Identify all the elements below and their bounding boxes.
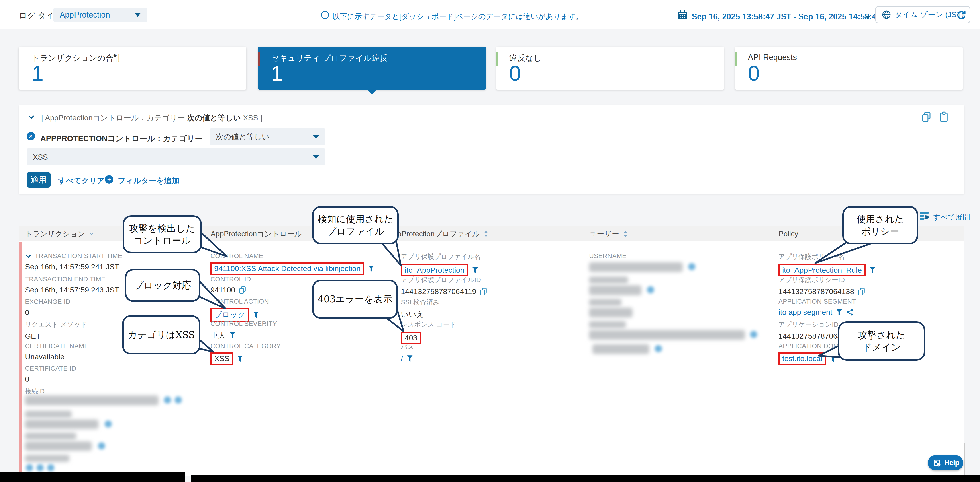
column-header-appprotection-profile[interactable]: AppProtectionプロファイル [388,226,488,242]
redacted-value [25,441,92,451]
redaction-bar [0,472,185,482]
callout-attacked-domain: 攻撃された ドメイン [838,321,925,361]
chevron-down-icon [313,155,319,159]
svg-text:?: ? [938,463,940,466]
field-label: EXCHANGE ID [25,298,70,305]
filter-funnel-icon[interactable] [836,308,843,316]
filter-funnel-icon[interactable] [237,355,243,362]
help-label: Help [944,459,959,467]
expand-all-icon[interactable] [919,211,930,222]
copy-icon[interactable] [480,287,487,295]
operator-dropdown[interactable]: 次の値と等しい [210,128,325,145]
divider [19,126,964,126]
card-no-violations[interactable]: 違反なし 0 [496,47,724,89]
path-link[interactable]: / [401,354,403,363]
redacted-value [25,420,99,429]
field-exchange-id: EXCHANGE ID 0 [25,298,70,317]
filter-funnel-icon[interactable] [229,332,236,339]
control-action-link[interactable]: ブロック [210,308,249,322]
column-label: Policy [779,230,798,238]
field-control-name: CONTROL NAME 941100:XSS Attack Detected … [210,252,375,275]
profile-name-link[interactable]: ito_AppProtection [401,264,468,276]
control-category-value[interactable]: XSS [210,353,233,365]
timezone-label: タイム ゾーン (JST) [895,10,964,20]
field-username: USERNAME [589,252,627,260]
collapse-row-icon[interactable] [25,253,32,260]
application-segment-link[interactable]: ito app segment [778,308,832,317]
redacted-icon [105,420,112,428]
topology-icon[interactable] [846,308,854,316]
filter-value-dropdown[interactable]: XSS [27,148,325,165]
field-value: 941100 [210,286,235,294]
apply-button[interactable]: 適用 [27,172,51,188]
filter-summary-value: XSS ] [243,113,262,122]
column-header-policy[interactable]: Policy [779,226,798,242]
clear-all-button[interactable]: すべてクリア [58,176,105,186]
copy-icon[interactable] [239,286,246,294]
filter-funnel-icon[interactable] [869,267,876,274]
application-domain-link[interactable]: test.ito.local [778,353,826,365]
control-name-link[interactable]: 941100:XSS Attack Detected via libinject… [210,262,364,275]
sort-icon[interactable] [623,230,628,238]
field-value: 0 [25,308,70,317]
field-label: 接続ID [25,387,45,396]
field-control-id: CONTROL ID 941100 [210,276,251,294]
field-control-severity: CONTROL SEVERITY 重大 [210,320,277,340]
help-button[interactable]: ? Help [928,455,963,471]
field-label: CONTROL ID [210,276,251,283]
card-value: 1 [32,61,43,86]
card-security-profile-violations[interactable]: セキュリティ プロファイル違反 1 [258,47,486,89]
filter-funnel-icon[interactable] [253,311,259,319]
remove-filter-icon[interactable]: × [27,132,35,140]
redacted-value [592,344,649,354]
redacted-icon [647,286,654,294]
field-value: Sep 16th, 14:57:59.243 JST [25,286,119,294]
card-title: API Requests [748,53,797,62]
collapse-chevron-icon[interactable] [27,113,35,122]
field-value: Unavailable [25,353,89,361]
redacted-value [25,396,159,405]
callout-text: カテゴリはXSS [127,329,195,341]
field-policy-name: アプリ保護ポリシー名 ito_AppProtection_Rule [778,252,876,276]
card-value: 1 [271,61,283,86]
chevron-down-icon[interactable] [865,16,870,19]
expand-all-link[interactable]: すべて展開 [933,212,970,222]
field-profile-name: アプリ保護プロファイル名 ito_AppProtection [401,252,481,276]
callout-block-action: ブロック対応 [125,269,200,302]
column-header-transaction[interactable]: トランザクション [25,226,94,242]
filter-funnel-icon[interactable] [472,267,479,274]
refresh-icon[interactable] [956,10,967,21]
top-bar: ログ タイプ AppProtection 以下に示すデータと[ダッシュボード]ペ… [0,0,980,29]
filter-funnel-icon[interactable] [830,355,836,362]
copy-icon[interactable] [858,287,865,295]
redaction-bar [191,475,980,482]
redacted-icon [37,464,44,471]
log-type-dropdown[interactable]: AppProtection [54,8,147,22]
card-total-transactions[interactable]: トランザクションの合計 1 [19,47,247,89]
add-filter-button[interactable]: フィルターを追加 [118,176,179,186]
sort-desc-icon[interactable] [89,231,94,237]
filter-field-label: APPPROTECTIONコントロール：カテゴリー [40,133,203,144]
field-policy-id: アプリ保護ポリシーID 144132758787064138 [778,276,865,296]
field-label: TRANSACTION START TIME [35,252,122,260]
policy-name-link[interactable]: ito_AppProtection_Rule [778,264,865,276]
add-filter-plus-icon[interactable]: + [105,175,113,184]
sort-icon[interactable] [483,230,488,238]
copy-filter-icon[interactable] [921,112,931,123]
filter-funnel-icon[interactable] [368,265,375,273]
column-label: ユーザー [589,229,619,239]
redacted-icon [47,464,54,471]
column-header-appprotection-control[interactable]: AppProtectionコントロール [211,226,302,242]
filter-summary: [ AppProtectionコントロール：カテゴリー 次の値と等しい XSS … [41,113,262,123]
field-certificate-name: CERTIFICATE NAME Unavailable [25,342,89,361]
column-header-user[interactable]: ユーザー [589,226,628,242]
paste-filter-icon[interactable] [939,112,948,123]
card-title: トランザクションの合計 [32,53,122,64]
help-icon: ? [932,458,942,468]
field-label: CERTIFICATE ID [25,365,76,372]
calendar-icon[interactable] [677,10,688,21]
card-api-requests[interactable]: API Requests 0 [735,47,963,89]
redacted-icon [655,345,662,352]
redacted-label [25,455,70,462]
filter-funnel-icon[interactable] [406,355,413,362]
